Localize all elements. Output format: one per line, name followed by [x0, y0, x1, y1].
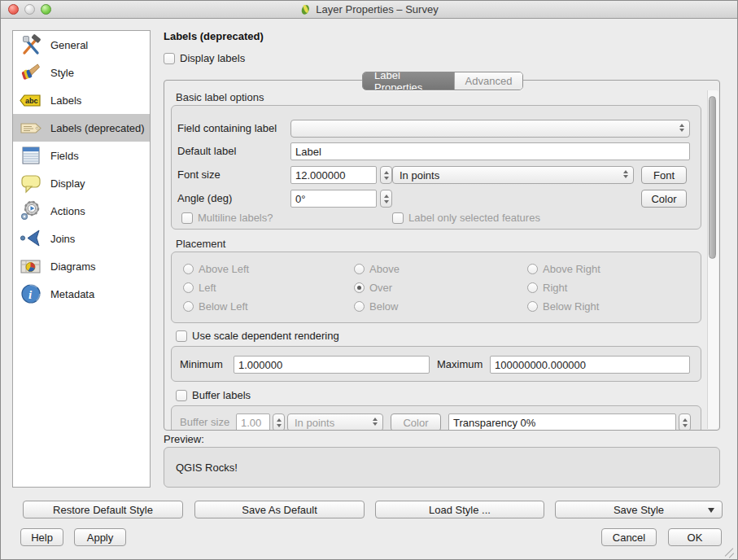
combo-arrows-icon [373, 418, 378, 426]
display-labels-label: Display labels [180, 52, 245, 64]
default-label-input[interactable] [290, 142, 690, 160]
buffer-size-input[interactable] [236, 413, 270, 431]
checkbox-icon[interactable] [176, 390, 187, 401]
minimum-input[interactable] [234, 356, 430, 374]
checkbox-icon[interactable] [164, 53, 175, 64]
sidebar-item-label: Diagrams [50, 260, 96, 273]
gear-play-icon [20, 199, 42, 222]
sidebar-item-label: General [50, 39, 88, 51]
tag-icon [20, 116, 42, 139]
radio-below[interactable]: Below [354, 300, 398, 313]
angle-label: Angle (deg) [177, 192, 232, 204]
preview-text: QGIS Rocks! [176, 462, 238, 474]
cancel-button[interactable]: Cancel [601, 528, 657, 546]
radio-above-right[interactable]: Above Right [527, 263, 600, 275]
svg-text:abc: abc [25, 97, 38, 105]
label-properties-panel: Basic label options Field containing lab… [164, 80, 720, 431]
color-button[interactable]: Color [641, 190, 687, 208]
preview-label: Preview: [164, 433, 204, 445]
checkbox-icon[interactable] [181, 212, 193, 224]
diagram-icon [20, 255, 42, 278]
zoom-window-icon[interactable] [41, 4, 51, 15]
close-window-icon[interactable] [8, 4, 19, 15]
save-as-default-button[interactable]: Save As Default [194, 501, 365, 518]
radio-above[interactable]: Above [354, 263, 400, 275]
buffer-transparency-stepper[interactable] [679, 413, 691, 431]
buffer-size-label: Buffer size [180, 416, 229, 428]
sidebar-item-label: Metadata [50, 288, 94, 300]
preview-box: QGIS Rocks! [164, 447, 720, 488]
font-size-stepper[interactable] [380, 166, 392, 184]
sidebar-item-joins[interactable]: Joins [13, 225, 150, 252]
sidebar-item-display[interactable]: Display [13, 169, 150, 197]
radio-right[interactable]: Right [527, 282, 567, 294]
default-label-label: Default label [177, 145, 236, 157]
sidebar-item-label: Style [50, 67, 74, 79]
tools-icon [20, 33, 42, 56]
font-button[interactable]: Font [641, 166, 687, 184]
font-size-units-combo[interactable]: In points [392, 166, 634, 184]
ok-button[interactable]: OK [668, 528, 722, 546]
angle-input[interactable] [290, 190, 377, 208]
paintbrush-icon [20, 61, 42, 84]
field-containing-label-combo[interactable] [290, 120, 690, 138]
save-style-button[interactable]: Save Style [555, 501, 723, 518]
restore-default-style-button[interactable]: Restore Default Style [23, 501, 183, 518]
buffer-size-stepper[interactable] [273, 413, 285, 431]
minimum-label: Minimum [180, 358, 223, 370]
tab-bar: Label Properties Advanced [362, 72, 523, 90]
radio-below-right[interactable]: Below Right [527, 300, 599, 313]
minimize-window-icon[interactable] [24, 4, 35, 15]
sidebar-item-label: Labels (deprecated) [50, 122, 145, 134]
sidebar-item-style[interactable]: Style [13, 59, 150, 86]
sidebar-item-labels[interactable]: abc Labels [13, 86, 150, 114]
font-size-input[interactable] [290, 166, 377, 184]
table-icon [20, 144, 42, 167]
buffer-group: Buffer size In points Color [171, 405, 701, 431]
sidebar-item-actions[interactable]: Actions [13, 197, 150, 225]
scale-dependent-checkbox[interactable]: Use scale dependent rendering [176, 330, 339, 342]
sidebar-item-diagrams[interactable]: Diagrams [13, 252, 150, 280]
buffer-color-button[interactable]: Color [391, 413, 441, 431]
angle-stepper[interactable] [380, 190, 392, 208]
placement-group: Above Left Above Above Right Left Over R… [171, 252, 701, 323]
apply-button[interactable]: Apply [74, 528, 126, 546]
panel-scrollbar[interactable] [707, 90, 718, 429]
sidebar-item-label: Fields [50, 150, 79, 162]
maximum-label: Maximum [437, 358, 483, 370]
dropdown-arrow-icon [708, 508, 714, 513]
scale-range-group: Minimum Maximum [171, 346, 701, 382]
sidebar-item-label: Joins [50, 233, 75, 245]
radio-below-left[interactable]: Below Left [183, 300, 248, 313]
sidebar-item-fields[interactable]: Fields [13, 142, 150, 169]
label-only-selected-checkbox[interactable]: Label only selected features [392, 212, 540, 224]
buffer-transparency-input[interactable] [448, 413, 676, 431]
checkbox-icon[interactable] [392, 212, 404, 224]
title-bar[interactable]: Layer Properties – Survey [1, 1, 737, 19]
buffer-units-combo[interactable]: In points [287, 413, 383, 431]
scrollbar-thumb[interactable] [709, 96, 716, 259]
sidebar-item-metadata[interactable]: i Metadata [13, 280, 150, 308]
checkbox-icon[interactable] [176, 330, 187, 342]
layer-properties-dialog: Layer Properties – Survey General [0, 0, 738, 560]
radio-above-left[interactable]: Above Left [183, 263, 249, 275]
field-containing-label: Field containing label [177, 122, 277, 134]
window-title: Layer Properties – Survey [316, 3, 438, 15]
sidebar-item-labels-deprecated[interactable]: Labels (deprecated) [13, 114, 150, 142]
join-arrow-icon [20, 227, 42, 250]
buffer-labels-checkbox[interactable]: Buffer labels [176, 389, 251, 401]
sidebar-item-label: Actions [50, 205, 85, 217]
maximum-input[interactable] [490, 356, 690, 374]
basic-options-group: Field containing label Default label Fon… [171, 105, 701, 230]
radio-left[interactable]: Left [183, 282, 216, 294]
help-button[interactable]: Help [20, 528, 63, 546]
combo-arrows-icon [623, 170, 628, 178]
radio-over[interactable]: Over [354, 282, 392, 294]
tab-advanced[interactable]: Advanced [454, 72, 522, 90]
resize-grip[interactable] [725, 547, 735, 557]
multiline-labels-checkbox[interactable]: Multiline labels? [181, 212, 273, 224]
load-style-button[interactable]: Load Style ... [375, 501, 544, 518]
tab-label-properties[interactable]: Label Properties [363, 72, 454, 90]
sidebar-item-general[interactable]: General [13, 31, 150, 59]
display-labels-checkbox[interactable]: Display labels [164, 52, 245, 64]
